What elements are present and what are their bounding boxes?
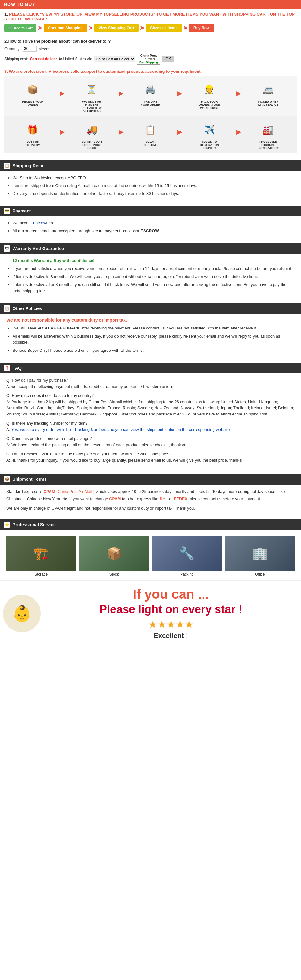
step1-section: 1. PLEASE CLICK "VIEW MY STORE"OR"VIEW M… [0, 9, 301, 39]
banner-line1: If you can ... [44, 587, 298, 601]
step2-section: 2.How to solve the problem about "can no… [0, 39, 301, 69]
payment-icon: 💳 [4, 208, 10, 214]
faq-icon: ❓ [4, 365, 10, 371]
pro-img-storage: 🏗️ Storage [6, 536, 76, 576]
proc-arrow8: ▶ [236, 128, 241, 135]
policy-item-1: We will leave POSITIVE FEEDBACK after re… [13, 325, 295, 331]
process-flow-2: 🎁 OUT FOR DELIVERY ▶ 🚚 DEPART YOUR LOCAL… [5, 116, 296, 153]
depart-icon: 🚚 [82, 120, 101, 139]
proc-arrow6: ▶ [119, 128, 124, 135]
faq-q1: Q: How do I pay for my purchase? [6, 377, 295, 383]
banner-line2: Please light on every star ! [44, 603, 298, 616]
process-waiting: ⏳ WAITING FOR PAYMENT RELEASED BY ALIEXP… [65, 79, 119, 114]
add-to-cart-button[interactable]: 🛒 Add to Cart [5, 24, 36, 32]
shipping-item-3: Delivery time depends on destination and… [13, 191, 295, 197]
process-prepare: 🖨️ PREPARE YOUR ORDER [124, 79, 178, 108]
step3-section: 3. We are professional Aliexpress seller… [0, 69, 301, 157]
bottom-banner: 👶 If you can ... Please light on every s… [0, 580, 301, 646]
warranty-content: 12 months Warranty. Buy with confidence!… [0, 254, 301, 300]
faq-q5: Q: I am a reseller, I would like to buy … [6, 451, 295, 457]
warranty-headline: 12 months Warranty. Buy with confidence! [13, 258, 295, 264]
faq-item-5: Q: I am a reseller, I would like to buy … [6, 451, 295, 463]
other-policies-content: We are not responsible for any custom du… [0, 314, 301, 359]
faq-a5: A: Hi, thanks for your inquiry, if you w… [6, 457, 295, 463]
banner-excellent: Excellent ! [44, 632, 298, 640]
faq-a4: A: We have declared the packing detail o… [6, 442, 295, 448]
packing-label: Packing [180, 572, 194, 576]
process-flown: ✈️ FLOWN TO DESTINATION COUNTRY [182, 119, 236, 151]
office-image: 🏢 [225, 536, 295, 571]
shipping-icon: 📋 [4, 162, 10, 169]
proc-arrow1: ▶ [60, 89, 65, 97]
warranty-item-1: If you are not satisfied when you receiv… [13, 266, 295, 272]
prepare-icon: 🖨️ [141, 80, 160, 99]
sort-icon: 🏭 [259, 120, 278, 139]
shipment-icon: 📦 [4, 476, 10, 482]
faq-a3: A: Yes, we ship every order with their T… [6, 426, 295, 433]
proc-arrow5: ▶ [60, 128, 65, 135]
step3-label: 3. We are professional Aliexpress seller… [5, 69, 296, 74]
warranty-header: 🛡 Warranty And Guarantee [0, 243, 301, 254]
check-all-button[interactable]: Check all items [146, 24, 182, 32]
step1-label: 1. PLEASE CLICK "VIEW MY STORE"OR"VIEW M… [5, 12, 296, 21]
proc-arrow2: ▶ [119, 89, 124, 97]
pro-img-stock: 📦 Stock [79, 536, 149, 576]
quantity-input[interactable] [22, 46, 37, 52]
banner-content: 👶 If you can ... Please light on every s… [3, 587, 298, 640]
shipment-terms-header: 📦 Shipment Terms [0, 474, 301, 485]
policy-item-3: Serious Buyer Only! Please place bid onl… [13, 347, 295, 354]
view-shopping-button[interactable]: View Shopping Cart [94, 24, 139, 32]
shipping-item-1: We Ship to Worldwide, except APO/FPO. [13, 175, 295, 181]
shipping-item-2: Items are shipped from China using Airma… [13, 183, 295, 189]
pro-img-packing: 🔧 Packing [152, 536, 222, 576]
to-label: to United States Via [59, 57, 92, 61]
pro-service-content: 🏗️ Storage 📦 Stock 🔧 Packing 🏢 Office [0, 530, 301, 580]
pro-images-row: 🏗️ Storage 📦 Stock 🔧 Packing 🏢 Office [6, 536, 295, 576]
policies-headline: We are not responsible for any custom du… [6, 318, 295, 323]
banner-stars: ★★★★★ [44, 619, 298, 630]
step2-row: Quantity: pieces [5, 46, 296, 52]
faq-item-3: Q: Is there any tracking Number for my i… [6, 420, 295, 433]
continue-shopping-button[interactable]: Continue Shopping [44, 24, 87, 32]
shipping-content: We Ship to Worldwide, except APO/FPO. It… [0, 171, 301, 202]
warranty-list: 12 months Warranty. Buy with confidence!… [6, 258, 295, 294]
shipping-method-select[interactable]: China Post Air Parcel [94, 56, 135, 62]
shipment-terms-content: Standard express is CPAM {China Post Air… [0, 485, 301, 515]
banner-text: If you can ... Please light on every sta… [44, 587, 298, 640]
proc-arrow4: ▶ [236, 89, 241, 97]
arrow2-icon: ➤ [89, 24, 93, 31]
shipping-header: 📋 Shipping Detail [0, 160, 301, 171]
office-label: Office [255, 572, 265, 576]
escrow-link[interactable]: Escrow [33, 221, 46, 225]
arrow3-icon: ➤ [140, 24, 144, 31]
stock-label: Stock [109, 572, 119, 576]
receive-icon: 📦 [23, 80, 42, 99]
stock-image: 📦 [79, 536, 149, 571]
process-flow: 📦 RECEIVE YOUR ORDER ▶ ⏳ WAITING FOR PAY… [5, 76, 296, 116]
qty-label: Quantity: [5, 46, 21, 51]
page-header: HOW TO BUY [0, 0, 301, 9]
shipment-para2: We are only in charge of CPAM freight an… [6, 505, 295, 512]
buy-now-button[interactable]: Buy Now [189, 24, 214, 32]
payment-header: 💳 Payment [0, 205, 301, 216]
cannot-deliver-text: Can not delicer [30, 57, 57, 61]
proc-arrow3: ▶ [177, 89, 182, 97]
warranty-item-3: If item is defective after 3 months, you… [13, 282, 295, 294]
baby-image: 👶 [3, 595, 41, 632]
flown-icon: ✈️ [200, 120, 219, 139]
ok-button[interactable]: OK [162, 56, 174, 62]
waiting-icon: ⏳ [82, 80, 101, 99]
process-depart: 🚚 DEPART YOUR LOCAL POST OFFICE [65, 119, 119, 151]
process-customs: 📋 CLEAR CUSTOMS [124, 119, 178, 148]
faq-item-1: Q: How do I pay for my purchase? A: we a… [6, 377, 295, 390]
shipment-para1: Standard express is CPAM {China Post Air… [6, 488, 295, 502]
faq-q3: Q: Is there any tracking Number for my i… [6, 420, 295, 426]
policies-icon: 📋 [4, 305, 10, 312]
proc-arrow7: ▶ [177, 128, 182, 135]
payment-list: We accept Escrowhere. All major credit c… [6, 220, 295, 234]
shipping-label: Shipping cost: [5, 57, 28, 61]
pack-icon: 👷 [200, 80, 219, 99]
other-policies-header: 📋 Other Policies [0, 303, 301, 314]
pro-service-header: ⭐ Professional Service [0, 519, 301, 530]
faq-content: Q: How do I pay for my purchase? A: we a… [0, 374, 301, 470]
